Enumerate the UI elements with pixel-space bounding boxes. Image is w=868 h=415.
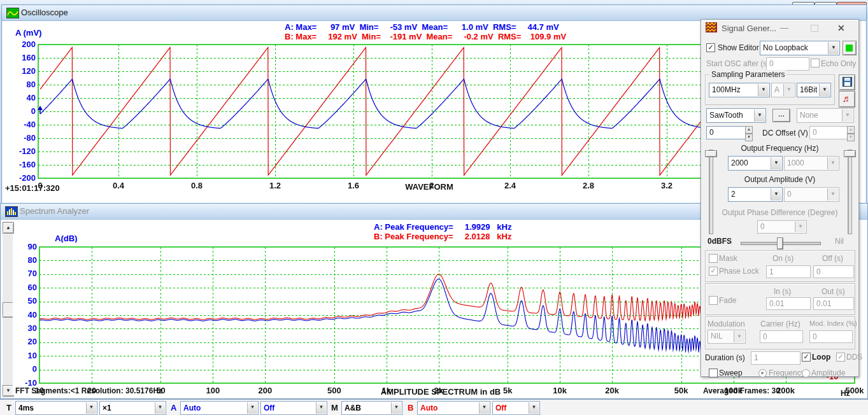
- spectrum-scrollbar: ▲ ▼: [3, 221, 13, 398]
- amplitude-a-select[interactable]: 2▼: [728, 187, 783, 202]
- dropdown-icon: ▼: [316, 402, 326, 414]
- off-input: 0: [813, 265, 854, 278]
- sampling-rate-select[interactable]: 100MHz▼: [709, 83, 770, 97]
- floppy-disk-icon: [843, 77, 852, 87]
- sampling-bits-select[interactable]: 16Bit▼: [797, 83, 831, 97]
- frequency-b-select: 1000▼: [784, 156, 839, 171]
- dropdown-icon: ▼: [754, 109, 765, 122]
- dc-offset-label: DC Offset (V): [762, 129, 808, 137]
- dropdown-icon: ▼: [783, 84, 794, 96]
- music-note-button[interactable]: ♬: [839, 91, 855, 108]
- hz-unit-label: Hz: [841, 389, 850, 398]
- signal-generator-dialog: Signal Gener... — ✕ ✓ Show Editor No Loo…: [701, 19, 859, 377]
- on-input: 1: [766, 265, 811, 278]
- a-coupling-select[interactable]: Off▼: [260, 401, 327, 415]
- mask-checkbox: [709, 254, 718, 263]
- loopback-value: No Loopback: [763, 43, 808, 52]
- channel-b-stats: B: Max= 192 mV Min= -191 mV Mean= -0.2 m…: [285, 32, 566, 41]
- window-value: None: [800, 111, 818, 120]
- show-editor-label: Show Editor: [718, 43, 759, 52]
- phase-lock-checkbox: ✓: [709, 267, 718, 276]
- zoom-value: ×1: [103, 404, 111, 412]
- dc-offset-a-input[interactable]: 0: [706, 126, 746, 139]
- b-coupling-select[interactable]: Off▼: [492, 401, 540, 415]
- spectrum-title: Spectrum Analyzer: [20, 206, 89, 216]
- waveform-timestamp: +15:01:17:320: [5, 183, 60, 193]
- dropdown-icon: ▼: [155, 402, 165, 414]
- check-icon: ✓: [837, 353, 843, 360]
- nil-label: Nil: [835, 237, 844, 246]
- mode-select[interactable]: A&B▼: [341, 401, 402, 415]
- frequency-radio-label: Frequency: [769, 369, 805, 377]
- spectrum-y-axis-label: A(dB): [55, 234, 77, 243]
- frequency-b-value: 1000: [787, 158, 804, 167]
- channel-b-level-slider-track[interactable]: [848, 150, 852, 234]
- averaged-frames-label: Averaged Frames: 30: [703, 386, 780, 395]
- dbfs-slider-handle[interactable]: [777, 237, 783, 250]
- dds-checkbox: ✓: [836, 353, 845, 362]
- spinner-up-icon: ▲: [745, 126, 753, 134]
- fade-label: Fade: [719, 296, 736, 305]
- spectrum-analyzer-icon: [5, 206, 18, 217]
- dropdown-icon: ▼: [842, 109, 853, 122]
- check-icon: ✓: [710, 267, 716, 274]
- phase-select: 0▼: [757, 220, 807, 234]
- sampling-parameters-label: Sampling Parameters: [709, 70, 786, 79]
- dc-offset-a-spinner[interactable]: ▲▼: [745, 126, 753, 141]
- check-icon: ✓: [708, 43, 713, 51]
- sampling-channel-select: A▼: [771, 83, 795, 97]
- peak-frequency-a: A: Peak Frequency= 1.9929 kHz: [374, 222, 511, 232]
- b-coupling-value: Off: [495, 404, 506, 412]
- frequency-a-select[interactable]: 2000▼: [728, 156, 783, 171]
- frequency-radio: [758, 369, 767, 377]
- off-label: Off (s): [822, 254, 843, 263]
- more-options-button[interactable]: ...: [772, 109, 790, 122]
- waveform-x-axis-label: WAVEFORM: [359, 182, 499, 192]
- dds-label: DDS: [846, 353, 862, 362]
- channel-a-level-slider-track[interactable]: [709, 150, 713, 234]
- run-button[interactable]: [843, 41, 857, 55]
- dropdown-icon: ▼: [828, 42, 839, 54]
- dropdown-icon: ▼: [247, 402, 257, 414]
- waveform-type-value: SawTooth: [709, 111, 743, 120]
- scroll-up-button[interactable]: ▲: [3, 222, 14, 234]
- output-phase-label: Output Phase Difference (Degree): [701, 208, 858, 217]
- channel-b-level-slider-handle[interactable]: [844, 150, 856, 157]
- ellipsis-icon: ...: [778, 109, 785, 118]
- channel-a-label: A: [171, 403, 176, 412]
- start-osc-input: 0: [766, 57, 809, 71]
- zoom-select[interactable]: ×1▼: [99, 401, 166, 415]
- mask-label: Mask: [719, 254, 737, 263]
- dropdown-icon: ▼: [771, 188, 781, 200]
- output-frequency-label: Output Frequency (Hz): [701, 144, 858, 153]
- timebase-value: 4ms: [18, 404, 34, 412]
- show-editor-checkbox[interactable]: ✓: [706, 43, 715, 52]
- sweep-checkbox[interactable]: [709, 369, 718, 377]
- b-trigger-select[interactable]: Auto▼: [417, 401, 490, 415]
- timebase-t-label: T: [6, 403, 11, 412]
- spinner-down-icon: ▼: [847, 134, 855, 141]
- out-label: Out (s): [822, 287, 845, 296]
- loop-checkbox[interactable]: ✓: [802, 353, 811, 362]
- dialog-minimize-icon[interactable]: —: [780, 23, 788, 32]
- a-trigger-select[interactable]: Auto▼: [180, 401, 259, 415]
- modulation-value: NIL: [711, 332, 723, 341]
- loopback-select[interactable]: No Loopback ▼: [760, 41, 840, 55]
- peak-frequency-b: B: Peak Frequency= 2.0128 kHz: [374, 232, 511, 241]
- dialog-close-icon[interactable]: ✕: [837, 23, 845, 33]
- channel-a-level-slider-handle[interactable]: [705, 150, 717, 157]
- timebase-select[interactable]: 4ms▼: [15, 401, 97, 415]
- frequency-a-value: 2000: [731, 158, 748, 167]
- spinner-up-icon: ▲: [847, 126, 855, 134]
- waveform-type-select[interactable]: SawTooth▼: [706, 108, 766, 123]
- waveform-y-axis-label: A (mV): [15, 28, 41, 38]
- scroll-down-icon: ▼: [6, 388, 11, 393]
- fade-out-input: 0.01: [813, 297, 854, 310]
- dropdown-icon: ▼: [734, 331, 744, 342]
- dialog-maximize-icon: [811, 25, 818, 32]
- dropdown-icon: ▼: [391, 402, 401, 414]
- save-button[interactable]: [839, 74, 855, 90]
- dbfs-label: 0dBFS: [708, 237, 732, 246]
- start-osc-label: Start OSC after (s): [706, 59, 769, 68]
- on-label: On (s): [772, 254, 793, 263]
